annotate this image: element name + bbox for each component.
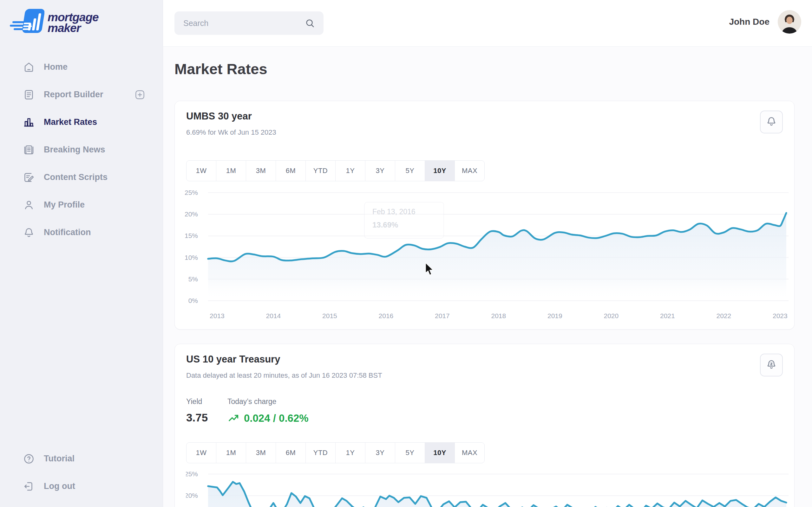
todays-charge-label: Today’s charge [227, 397, 276, 406]
card-title: US 10 year Treasury [186, 354, 280, 365]
range-tab-10y[interactable]: 10Y [425, 443, 455, 463]
alert-bell-button[interactable] [760, 111, 783, 133]
svg-text:20%: 20% [185, 210, 198, 218]
treasury-card: US 10 year Treasury Data delayed at leas… [174, 344, 795, 507]
sidebar-item-label: Notification [44, 228, 91, 237]
brand-name: mortgagemaker [48, 12, 99, 34]
range-tab-5y[interactable]: 5Y [395, 443, 425, 463]
search-icon[interactable] [305, 18, 315, 29]
tooltip-date: Feb 13, 2016 [372, 208, 436, 216]
sidebar-item-label: Home [44, 62, 67, 72]
range-tab-1w[interactable]: 1W [187, 161, 216, 181]
range-tabs: 1W 1M 3M 6M YTD 1Y 3Y 5Y 10Y MAX [186, 160, 485, 181]
svg-text:2018: 2018 [491, 312, 506, 320]
svg-text:2023: 2023 [773, 312, 788, 320]
svg-text:2016: 2016 [379, 312, 394, 320]
sidebar-item-content-scripts[interactable]: Content Scripts [0, 164, 163, 191]
sidebar-nav: Home Report Builder [0, 53, 163, 246]
brand-logo-icon [9, 6, 44, 40]
sidebar-item-label: My Profile [44, 200, 85, 210]
sidebar-item-label: Tutorial [44, 454, 74, 464]
range-tab-1w[interactable]: 1W [187, 443, 216, 463]
trending-up-icon [227, 412, 240, 425]
range-tab-5y[interactable]: 5Y [395, 161, 425, 181]
add-report-icon[interactable] [134, 89, 146, 101]
sidebar: mortgagemaker Home Report Builder [0, 0, 163, 507]
range-tab-6m[interactable]: 6M [276, 161, 306, 181]
range-tab-3m[interactable]: 3M [246, 443, 276, 463]
todays-charge-value: 0.024 / 0.62% [227, 412, 309, 425]
bell-icon [23, 227, 35, 239]
bell-snooze-icon [766, 359, 777, 372]
logout-icon [23, 481, 35, 493]
sidebar-item-report-builder[interactable]: Report Builder [0, 81, 163, 108]
brand-logo[interactable]: mortgagemaker [9, 6, 99, 40]
sidebar-item-notification[interactable]: Notification [0, 219, 163, 246]
range-tab-ytd[interactable]: YTD [306, 443, 336, 463]
user-icon [23, 199, 35, 211]
sidebar-item-label: Log out [44, 481, 75, 491]
user-menu[interactable]: John Doe [729, 10, 801, 34]
avatar[interactable] [778, 10, 801, 34]
alert-bell-snoozed-button[interactable] [760, 354, 783, 377]
card-title: UMBS 30 year [186, 111, 252, 122]
sidebar-item-tutorial[interactable]: Tutorial [0, 445, 163, 472]
report-builder-icon [23, 89, 35, 101]
svg-text:2014: 2014 [266, 312, 281, 320]
svg-text:2017: 2017 [435, 312, 450, 320]
svg-text:25%: 25% [186, 470, 198, 477]
svg-text:2013: 2013 [210, 312, 224, 320]
user-name: John Doe [729, 17, 769, 27]
svg-text:2020: 2020 [604, 312, 619, 320]
treasury-yield-chart[interactable]: 25%20%15%10%5%0%201320142015201620172018… [186, 470, 789, 507]
svg-text:10%: 10% [185, 254, 198, 261]
yield-label: Yield [186, 397, 202, 406]
yield-value: 3.75 [186, 411, 208, 424]
svg-text:5%: 5% [189, 275, 198, 283]
svg-text:2019: 2019 [548, 312, 562, 320]
umbs-rate-chart[interactable]: 25%20%15%10%5%0%201320142015201620172018… [186, 189, 789, 322]
sidebar-item-my-profile[interactable]: My Profile [0, 191, 163, 219]
svg-text:25%: 25% [185, 189, 198, 196]
home-icon [23, 61, 35, 73]
card-subtitle: 6.69% for Wk of Jun 15 2023 [186, 128, 276, 136]
top-header: John Doe [163, 0, 812, 47]
bar-chart-icon [23, 116, 35, 128]
sidebar-item-label: Market Rates [44, 117, 97, 127]
sidebar-item-home[interactable]: Home [0, 53, 163, 81]
main-area: John Doe Market Rates UMBS 30 year 6.69%… [163, 0, 812, 507]
svg-text:0%: 0% [189, 297, 198, 304]
sidebar-footer: Tutorial Log out [0, 445, 163, 500]
umbs-card: UMBS 30 year 6.69% for Wk of Jun 15 2023… [174, 101, 795, 330]
range-tab-max[interactable]: MAX [455, 161, 484, 181]
range-tab-1y[interactable]: 1Y [336, 443, 365, 463]
range-tab-3y[interactable]: 3Y [365, 443, 395, 463]
range-tab-1y[interactable]: 1Y [336, 161, 365, 181]
range-tab-1m[interactable]: 1M [216, 443, 246, 463]
tooltip-value: 13.69% [372, 221, 436, 229]
search-input[interactable] [183, 18, 305, 28]
sidebar-item-label: Content Scripts [44, 172, 107, 182]
sidebar-item-market-rates[interactable]: Market Rates [0, 108, 163, 136]
sidebar-item-breaking-news[interactable]: Breaking News [0, 136, 163, 164]
sidebar-item-label: Report Builder [44, 90, 103, 100]
range-tab-3y[interactable]: 3Y [365, 161, 395, 181]
range-tab-6m[interactable]: 6M [276, 443, 306, 463]
page-title: Market Rates [174, 60, 267, 78]
range-tab-max[interactable]: MAX [455, 443, 484, 463]
range-tab-10y[interactable]: 10Y [425, 161, 455, 181]
range-tab-ytd[interactable]: YTD [306, 161, 336, 181]
svg-text:2015: 2015 [322, 312, 337, 320]
svg-text:20%: 20% [186, 492, 198, 499]
script-edit-icon [23, 171, 35, 183]
sidebar-item-logout[interactable]: Log out [0, 472, 163, 500]
range-tab-1m[interactable]: 1M [216, 161, 246, 181]
svg-text:2021: 2021 [660, 312, 675, 320]
news-icon [23, 144, 35, 156]
bell-icon [766, 116, 777, 128]
svg-text:2022: 2022 [716, 312, 731, 320]
range-tab-3m[interactable]: 3M [246, 161, 276, 181]
search-bar[interactable] [174, 11, 323, 35]
treasury-chart-clip: 25%20%15%10%5%0%201320142015201620172018… [186, 470, 789, 507]
svg-text:15%: 15% [185, 232, 198, 239]
